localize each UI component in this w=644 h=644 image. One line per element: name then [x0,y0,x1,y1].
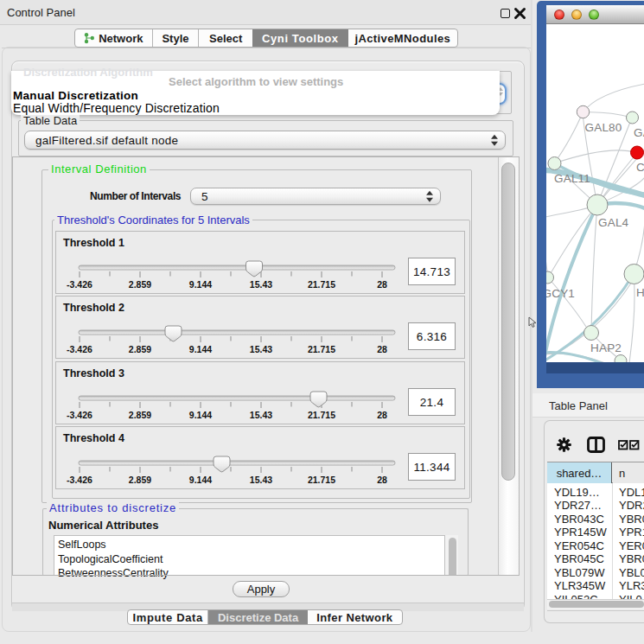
svg-text:9.144: 9.144 [189,344,212,354]
svg-text:GAL80: GAL80 [585,121,622,134]
svg-text:GCY1: GCY1 [546,287,575,300]
svg-text:15.43: 15.43 [250,475,272,485]
svg-text:-3.426: -3.426 [67,475,92,485]
svg-text:21.715: 21.715 [308,410,335,420]
svg-text:15.43: 15.43 [250,344,272,354]
svg-text:2.859: 2.859 [129,475,151,485]
svg-text:HA: HA [636,286,644,299]
svg-text:9.144: 9.144 [189,410,212,420]
svg-text:21.715: 21.715 [308,344,335,354]
svg-text:15.43: 15.43 [250,279,272,290]
svg-text:GAL11: GAL11 [554,172,590,185]
svg-text:21.715: 21.715 [308,279,335,290]
svg-text:28: 28 [377,279,387,290]
svg-text:2.859: 2.859 [129,344,151,354]
svg-text:-3.426: -3.426 [67,410,92,420]
svg-text:GA: GA [634,126,644,139]
svg-text:28: 28 [377,410,387,420]
svg-text:28: 28 [377,475,387,485]
svg-text:C: C [636,161,644,174]
svg-text:-3.426: -3.426 [67,344,92,354]
svg-text:2.859: 2.859 [129,410,151,420]
svg-text:-3.426: -3.426 [67,279,92,290]
svg-text:HAP2: HAP2 [590,341,622,354]
svg-text:28: 28 [377,344,387,354]
svg-text:2.859: 2.859 [129,279,151,290]
svg-text:9.144: 9.144 [189,475,212,485]
svg-text:GAL4: GAL4 [598,216,629,229]
svg-text:9.144: 9.144 [189,279,212,290]
svg-text:15.43: 15.43 [250,410,272,420]
svg-text:21.715: 21.715 [308,475,335,485]
